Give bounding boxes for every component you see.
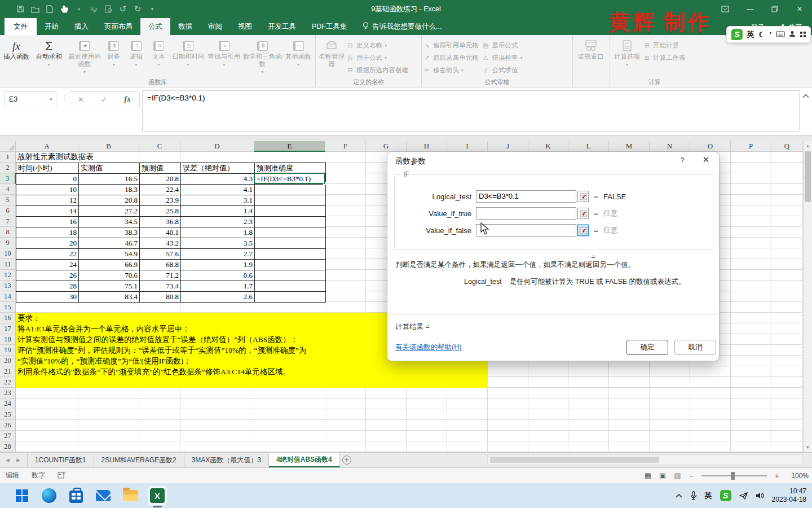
table-cell[interactable]: 46.7	[79, 238, 140, 249]
zoom-in-icon[interactable]: +	[775, 471, 779, 480]
table-cell[interactable]: 23.9	[140, 195, 181, 206]
column-header-F[interactable]: F	[325, 141, 366, 152]
table-cell[interactable]: 71.2	[140, 270, 181, 281]
date-time-button[interactable]: ◷ 日期和时间▾	[170, 37, 206, 68]
row-header-13[interactable]: 13	[0, 281, 16, 291]
page-layout-view-icon[interactable]: ▣	[659, 471, 666, 480]
table-cell[interactable]: 12	[16, 195, 79, 206]
table-title-cell[interactable]: 放射性元素测试数据表	[16, 152, 94, 163]
value-if-true-input[interactable]	[476, 207, 576, 220]
table-cell[interactable]: 16	[16, 217, 79, 227]
define-name-button[interactable]: ⊡定义名称▾	[346, 40, 408, 51]
table-cell[interactable]: 27.2	[79, 206, 140, 217]
table-header-cell[interactable]: 实测值	[79, 163, 140, 174]
table-cell[interactable]: 26	[16, 270, 79, 281]
tell-me-box[interactable]: 告诉我您想要做什么...	[355, 18, 449, 35]
sogou-logo-icon[interactable]: S	[731, 29, 743, 40]
table-cell[interactable]: 1.9	[181, 260, 255, 270]
paper-plane-icon[interactable]	[739, 492, 748, 500]
table-cell[interactable]: 3.1	[181, 195, 255, 206]
create-from-selection-button[interactable]: ⊟根据所选内容创建	[346, 64, 408, 76]
table-cell[interactable]	[255, 217, 326, 227]
table-cell[interactable]: 34.5	[79, 217, 140, 227]
row-header-17[interactable]: 17	[0, 323, 16, 334]
restore-button[interactable]	[762, 0, 787, 18]
vertical-scrollbar[interactable]: ▲ ▼	[803, 141, 812, 452]
sheet-tab-1[interactable]: 1COUNTIF函数1	[27, 453, 94, 467]
row-header-7[interactable]: 7	[0, 216, 16, 227]
table-cell[interactable]: 70.6	[79, 270, 140, 281]
tab-developer[interactable]: 开发工具	[260, 18, 304, 35]
row-header-10[interactable]: 10	[0, 248, 16, 259]
sogou-tray-icon[interactable]: S	[720, 490, 731, 501]
taskbar-clock[interactable]: 10:47 2023-04-18	[772, 487, 806, 504]
table-cell[interactable]: 22.4	[140, 185, 181, 195]
table-cell[interactable]	[255, 260, 326, 270]
cancel-button[interactable]: 取消	[674, 340, 716, 355]
macro-record-icon[interactable]	[58, 471, 65, 480]
ok-button[interactable]: 确定	[626, 340, 668, 355]
sheet-nav-right-icon[interactable]: ▶	[16, 457, 20, 463]
column-header-H[interactable]: H	[407, 141, 447, 152]
print-preview-icon[interactable]	[104, 5, 113, 14]
taskbar-store[interactable]	[67, 486, 86, 505]
vertical-scroll-thumb[interactable]	[805, 151, 811, 202]
function-help-link[interactable]: 有关该函数的帮助(H)	[395, 343, 461, 352]
sheet-tab-3[interactable]: 3MAX函数（最大值）3	[184, 453, 269, 467]
row-header-22[interactable]: 22	[0, 377, 16, 388]
table-cell[interactable]	[255, 185, 326, 195]
more-functions-button[interactable]: ⋯ 其他函数▾	[283, 37, 314, 68]
name-manager-button[interactable]: 名称管理器	[317, 37, 346, 68]
table-cell[interactable]: 73.4	[140, 281, 181, 292]
row-header-5[interactable]: 5	[0, 195, 16, 205]
table-header-cell[interactable]: 预测值	[140, 163, 181, 174]
dialog-close-icon[interactable]: ✕	[699, 155, 713, 165]
show-formulas-button[interactable]: ▤显示公式	[482, 40, 523, 51]
column-header-N[interactable]: N	[650, 141, 690, 152]
tab-data[interactable]: 数据	[170, 18, 200, 35]
speaker-icon[interactable]	[756, 492, 764, 500]
qat-dropdown-icon[interactable]: ▾	[74, 5, 83, 14]
row-header-26[interactable]: 26	[0, 420, 16, 431]
table-cell[interactable]	[255, 238, 326, 249]
value-if-false-input[interactable]	[476, 224, 576, 237]
row-header-6[interactable]: 6	[0, 205, 16, 216]
column-header-E[interactable]: E	[254, 141, 325, 152]
table-cell[interactable]: 18	[16, 227, 79, 238]
table-cell[interactable]: =IF(D3<=B3*0.1)	[255, 174, 326, 185]
ime-toolbar[interactable]: S 英 ☾ ’	[726, 26, 811, 43]
recent-functions-button[interactable]: ★ 最近使用的函数▾	[67, 37, 103, 76]
taskbar-edge[interactable]	[39, 486, 59, 505]
sheet-nav-left-icon[interactable]: ◀	[6, 457, 10, 463]
table-cell[interactable]	[255, 270, 326, 281]
table-cell[interactable]: 57.6	[140, 249, 181, 260]
table-cell[interactable]: 10	[16, 185, 79, 195]
column-header-D[interactable]: D	[180, 141, 254, 152]
tab-file[interactable]: 文件	[5, 18, 37, 35]
sheet-tab-4[interactable]: 4绝对值ABS函数4	[269, 453, 340, 467]
normal-view-icon[interactable]: ▦	[645, 471, 651, 480]
ribbon-display-options-icon[interactable]	[713, 0, 738, 18]
error-checking-button[interactable]: ⚠错误检查▾	[482, 52, 523, 63]
table-cell[interactable]: 36.8	[140, 217, 181, 227]
table-cell[interactable]: 24	[16, 260, 79, 270]
table-cell[interactable]: 2.7	[181, 249, 255, 260]
open-icon[interactable]	[30, 5, 39, 14]
tab-home[interactable]: 开始	[37, 18, 67, 35]
keyboard-icon[interactable]	[776, 30, 785, 39]
table-cell[interactable]: 28	[16, 281, 79, 292]
table-cell[interactable]: 54.9	[79, 249, 140, 260]
ime-person-icon[interactable]	[789, 30, 796, 39]
horizontal-scroll-thumb[interactable]	[490, 457, 659, 463]
taskbar-mail[interactable]	[94, 486, 113, 505]
table-cell[interactable]: 4.1	[181, 185, 255, 195]
ime-toolbox-icon[interactable]	[800, 32, 806, 37]
column-header-G[interactable]: G	[366, 141, 407, 152]
calculate-sheet-button[interactable]: ⊞计算工作表	[643, 52, 686, 63]
start-button[interactable]	[12, 486, 32, 505]
table-header-cell[interactable]: 误差（绝对值）	[181, 163, 255, 174]
microphone-icon[interactable]	[690, 491, 697, 500]
row-header-16[interactable]: 16	[0, 313, 16, 323]
row-header-18[interactable]: 18	[0, 334, 16, 345]
zoom-out-icon[interactable]: −	[689, 471, 694, 480]
